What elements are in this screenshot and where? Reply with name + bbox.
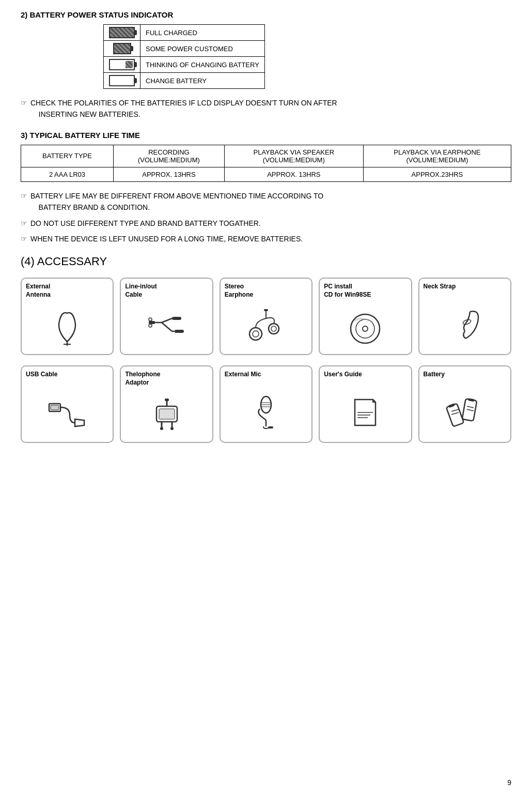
svg-rect-38	[468, 398, 475, 402]
col-header-recording: RECORDING(VOLUME:MEDIUM)	[114, 145, 225, 167]
accessory-image	[424, 294, 506, 350]
accessary-section: (4) ACCESSARY ExternalAntenna Line-in/ou…	[21, 255, 511, 443]
accessory-label: Battery	[424, 371, 445, 379]
cell-earphone: APPROX.23HRS	[363, 167, 511, 181]
earphone-icon	[245, 305, 287, 347]
accessory-external-mic: External Mic	[220, 365, 312, 443]
accessory-image	[225, 382, 307, 438]
adaptor-icon	[146, 393, 187, 435]
accessory-neck-strap: Neck Strap	[418, 278, 511, 355]
accessory-label: External Mic	[225, 371, 261, 379]
accessory-label: ThelophoneAdaptor	[125, 371, 160, 387]
accessory-image	[26, 382, 108, 438]
svg-rect-20	[51, 405, 59, 410]
mic-icon	[245, 389, 287, 431]
svg-point-8	[149, 324, 152, 327]
accessory-label: User's Guide	[324, 371, 362, 379]
accessory-label: PC installCD for Win98SE	[324, 283, 371, 299]
svg-line-2	[162, 323, 172, 331]
table-row: THINKING OF CHANGING BATTERY	[104, 57, 265, 73]
battery-status-label: SOME POWER CUSTOMED	[140, 41, 265, 57]
accessory-label: Line-in/outCable	[125, 283, 157, 299]
col-header-type: BATTERY TYPE	[21, 145, 114, 167]
accessory-grid-row1: ExternalAntenna Line-in/outCable	[21, 278, 511, 355]
note-text: DO NOT USE DIFFERENT TYPE AND BRAND BATT…	[30, 218, 261, 229]
svg-point-11	[269, 324, 279, 334]
accessary-title: (4) ACCESSARY	[21, 255, 511, 268]
battery-status-title: 2) BATTERY POWER STATUS INDICATOR	[21, 10, 511, 19]
table-row: CHANGE BATTERY	[104, 73, 265, 89]
accessory-image	[225, 302, 307, 350]
accessory-label: StereoEarphone	[225, 283, 253, 299]
usb-icon	[46, 389, 88, 431]
accessory-image	[324, 302, 406, 350]
accessory-thelophone-adaptor: ThelophoneAdaptor	[120, 365, 213, 443]
cell-type: 2 AAA LR03	[21, 167, 114, 181]
svg-rect-36	[448, 403, 455, 408]
svg-point-10	[253, 331, 259, 337]
accessory-users-guide: User's Guide	[319, 365, 412, 443]
svg-line-41	[467, 406, 474, 408]
svg-point-9	[249, 328, 262, 340]
accessory-image	[125, 302, 208, 350]
note-text: WHEN THE DEVICE IS LEFT UNUSED FOR A LON…	[30, 233, 303, 244]
svg-rect-0	[149, 321, 155, 324]
battery-life-note-1: ☞ BATTERY LIFE MAY BE DIFFERENT FROM ABO…	[21, 190, 511, 213]
guide-icon	[345, 389, 386, 431]
cd-icon	[345, 305, 386, 347]
note-icon: ☞	[21, 218, 27, 229]
svg-rect-6	[172, 317, 181, 320]
battery-polarity-note: ☞ CHECK THE POLARITIES OF THE BATTERIES …	[21, 97, 511, 120]
battery-life-title: 3) TYPICAL BATTERY LIFE TIME	[21, 131, 511, 140]
battery-icon-low	[104, 57, 140, 73]
svg-line-40	[451, 412, 459, 415]
svg-line-39	[451, 409, 459, 411]
svg-line-5	[162, 318, 172, 323]
accessory-line-cable: Line-in/outCable	[120, 278, 213, 355]
accessory-label: Neck Strap	[424, 283, 456, 291]
battery-status-label: CHANGE BATTERY	[140, 73, 265, 89]
cable-icon	[146, 305, 187, 347]
accessory-image	[424, 382, 506, 438]
note-icon: ☞	[21, 97, 27, 120]
table-row: FULL CHARGED	[104, 25, 265, 41]
accessory-image	[26, 302, 108, 350]
accessory-grid-row2: USB Cable ThelophoneAdaptor	[21, 365, 511, 443]
battery-life-note-2: ☞ DO NOT USE DIFFERENT TYPE AND BRAND BA…	[21, 218, 511, 229]
svg-point-7	[149, 318, 152, 321]
note-icon: ☞	[21, 190, 27, 213]
battery-icon-some	[104, 41, 140, 57]
note-text: BATTERY LIFE MAY BE DIFFERENT FROM ABOVE…	[30, 190, 323, 213]
table-header-row: BATTERY TYPE RECORDING(VOLUME:MEDIUM) PL…	[21, 145, 511, 167]
accessory-label: USB Cable	[26, 371, 57, 379]
battery-life-note-3: ☞ WHEN THE DEVICE IS LEFT UNUSED FOR A L…	[21, 233, 511, 244]
battery-life-table: BATTERY TYPE RECORDING(VOLUME:MEDIUM) PL…	[21, 145, 511, 182]
battery-status-section: 2) BATTERY POWER STATUS INDICATOR FULL C…	[21, 10, 511, 120]
svg-rect-28	[165, 399, 169, 401]
battery-icon-empty	[104, 73, 140, 89]
battery-life-section: 3) TYPICAL BATTERY LIFE TIME BATTERY TYP…	[21, 131, 511, 245]
accessory-image	[324, 382, 406, 438]
accessory-usb-cable: USB Cable	[21, 365, 114, 443]
svg-rect-34	[268, 426, 273, 428]
accessory-stereo-earphone: StereoEarphone	[220, 278, 312, 355]
accessory-label: ExternalAntenna	[26, 283, 51, 299]
note-icon: ☞	[21, 233, 27, 244]
col-header-speaker: PLAYBACK VIA SPEAKER(VOLUME:MEDIUM)	[224, 145, 363, 167]
accessory-battery: Battery	[418, 365, 511, 443]
page-number: 9	[507, 778, 511, 787]
note-text: CHECK THE POLARITIES OF THE BATTERIES IF…	[30, 97, 337, 120]
cell-speaker: APPROX. 13HRS	[224, 167, 363, 181]
svg-rect-22	[159, 409, 175, 419]
svg-rect-14	[264, 309, 268, 311]
accessory-cd: PC installCD for Win98SE	[319, 278, 412, 355]
battery-status-label: THINKING OF CHANGING BATTERY	[140, 57, 265, 73]
battery-accessory-icon	[444, 389, 486, 431]
col-header-earphone: PLAYBACK VIA EARPHONE(VOLUME:MEDIUM)	[363, 145, 511, 167]
svg-point-25	[160, 427, 163, 430]
svg-point-17	[363, 326, 368, 331]
svg-line-42	[467, 409, 474, 411]
svg-point-26	[170, 427, 174, 430]
table-row: SOME POWER CUSTOMED	[104, 41, 265, 57]
battery-status-label: FULL CHARGED	[140, 25, 265, 41]
